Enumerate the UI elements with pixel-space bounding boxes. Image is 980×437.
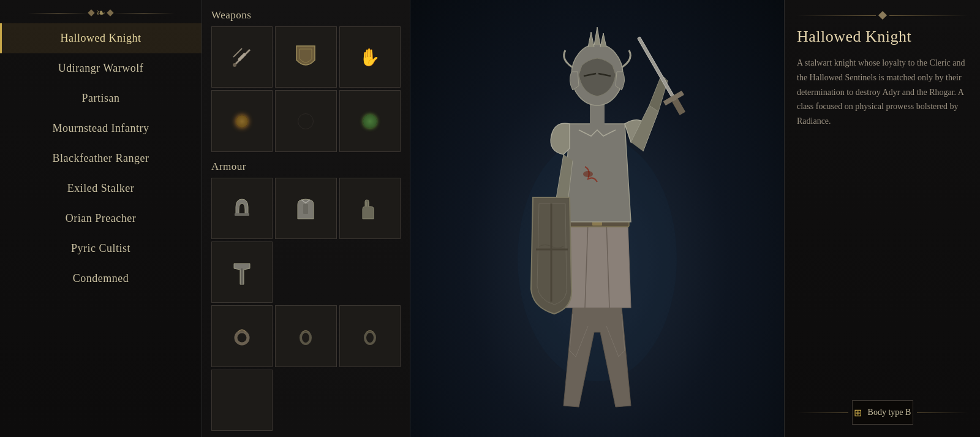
weapons-grid-row2: [211, 90, 401, 151]
gloves-icon: [359, 196, 381, 221]
body-type-label: Body type B: [868, 408, 911, 417]
ring3-icon: [361, 327, 379, 346]
weapon-slot-4[interactable]: [211, 90, 273, 151]
legs-icon: [230, 259, 254, 286]
ornament-scroll-left: [797, 15, 876, 16]
svg-point-9: [365, 332, 375, 344]
ring2-icon: [297, 327, 314, 346]
sidebar-class-name-7: Pyric Cultist: [12, 242, 189, 255]
armour-slot-ring3-inner: [344, 311, 396, 362]
weapon-slot-5[interactable]: [275, 90, 336, 151]
character-silhouette: [493, 13, 701, 424]
sidebar-class-name-1: Udirangr Warwolf: [12, 62, 189, 75]
armour-slot-chest-inner: [281, 183, 332, 234]
right-class-title: Hallowed Knight: [797, 28, 968, 46]
weapon-slot-2[interactable]: [275, 26, 336, 88]
armour-slot-gloves-inner: [344, 183, 396, 234]
armour-grid-row2: [211, 305, 401, 431]
sidebar-item-orian-preacher[interactable]: Orian Preacher: [0, 203, 202, 234]
svg-rect-4: [235, 213, 249, 216]
svg-point-2: [233, 63, 236, 67]
ornament-scroll-right: [889, 15, 968, 16]
class-list: Hallowed KnightUdirangr WarwolfPartisanM…: [0, 23, 202, 294]
sword-icon: [228, 44, 256, 71]
ornament-center: ❧: [89, 6, 113, 20]
sidebar-item-condemned[interactable]: Condemned: [0, 264, 202, 294]
weapon-slot-1-inner: [216, 31, 268, 83]
weapon-slot-3[interactable]: ✋: [339, 26, 401, 88]
gem-icon-orange: [236, 115, 248, 127]
weapon-slot-6-inner: [344, 96, 396, 147]
empty-slot-icon-1: [298, 113, 314, 129]
sidebar-class-name-2: Partisan: [12, 92, 189, 105]
armour-slot-ring3[interactable]: [339, 305, 401, 367]
svg-point-7: [236, 332, 248, 344]
sidebar-item-partisan[interactable]: Partisan: [0, 83, 202, 113]
svg-point-8: [301, 332, 311, 344]
svg-rect-5: [303, 204, 308, 214]
character-svg: [493, 13, 701, 424]
helm-icon: [230, 196, 254, 221]
ornament-diamond-left: [88, 9, 94, 16]
sidebar-item-exiled-stalker[interactable]: Exiled Stalker: [0, 173, 202, 203]
character-preview: [410, 0, 784, 437]
sidebar-item-blackfeather-ranger[interactable]: Blackfeather Ranger: [0, 143, 202, 173]
sidebar-class-name-0: Hallowed Knight: [12, 32, 189, 45]
armour-label: Armour: [211, 161, 401, 173]
sidebar-item-pyric-cultist[interactable]: Pyric Cultist: [0, 234, 202, 264]
ornament-diamond-right: [107, 9, 113, 16]
body-type-box[interactable]: ⊞ Body type B: [852, 400, 913, 425]
armour-slot-legs-inner: [216, 246, 268, 298]
weapon-slot-6[interactable]: [339, 90, 401, 151]
body-type-ornament: ⊞ Body type B: [797, 400, 968, 425]
armour-slot-ring1[interactable]: [211, 305, 273, 367]
ornament-line-r: [917, 412, 968, 413]
armour-slot-ring1-inner: [216, 311, 268, 362]
sidebar: ❧ Hallowed KnightUdirangr WarwolfPartisa…: [0, 0, 202, 437]
right-panel-ornament: [797, 12, 968, 18]
shield-icon: [293, 43, 318, 71]
sidebar-item-hallowed-knight[interactable]: Hallowed Knight: [0, 23, 202, 53]
right-class-description: A stalwart knight whose loyalty to the C…: [797, 56, 968, 400]
weapons-section: Weapons: [211, 9, 401, 154]
weapons-grid-row1: ✋: [211, 26, 401, 88]
sidebar-class-name-3: Mournstead Infantry: [12, 122, 189, 135]
ornament-line-left: [28, 13, 89, 13]
armour-slot-ring2[interactable]: [275, 305, 336, 367]
ornament-fleur: ❧: [96, 6, 105, 20]
armour-slot-empty[interactable]: [211, 370, 273, 431]
weapon-slot-1[interactable]: [211, 26, 273, 88]
armour-slot-legs[interactable]: [211, 241, 273, 303]
ornament-line-right: [113, 13, 175, 13]
armour-slot-ring2-inner: [281, 311, 332, 362]
svg-point-23: [583, 171, 593, 177]
svg-line-1: [233, 48, 242, 57]
sidebar-class-name-4: Blackfeather Ranger: [12, 152, 189, 165]
body-type-section: ⊞ Body type B: [797, 400, 968, 425]
sidebar-item-udirangr-warwolf[interactable]: Udirangr Warwolf: [0, 53, 202, 83]
middle-panel: Weapons: [202, 0, 410, 437]
armour-slot-chest[interactable]: [275, 178, 336, 239]
weapon-slot-2-inner: [281, 31, 332, 83]
ornament-gem: [878, 11, 886, 20]
sidebar-item-mournstead-infantry[interactable]: Mournstead Infantry: [0, 113, 202, 143]
ornament-line-l: [797, 412, 848, 413]
weapons-label: Weapons: [211, 9, 401, 21]
armour-grid-row1: [211, 178, 401, 303]
gem-icon-green: [363, 115, 377, 128]
chest-icon: [293, 196, 318, 221]
armour-slot-gloves[interactable]: [339, 178, 401, 239]
armour-slot-helm-inner: [216, 183, 268, 234]
sidebar-class-name-5: Exiled Stalker: [12, 182, 189, 195]
sidebar-class-name-6: Orian Preacher: [12, 212, 189, 225]
sidebar-class-name-8: Condemned: [12, 272, 189, 285]
svg-rect-28: [672, 98, 685, 115]
weapon-slot-4-inner: [216, 96, 268, 147]
armour-section: Armour: [211, 161, 401, 433]
ring1-icon: [232, 327, 252, 346]
body-type-icon: ⊞: [854, 407, 862, 419]
armour-slot-helm[interactable]: [211, 178, 273, 239]
hand-icon: ✋: [359, 47, 380, 67]
svg-line-3: [239, 55, 244, 59]
right-panel: Hallowed Knight A stalwart knight whose …: [784, 0, 980, 437]
